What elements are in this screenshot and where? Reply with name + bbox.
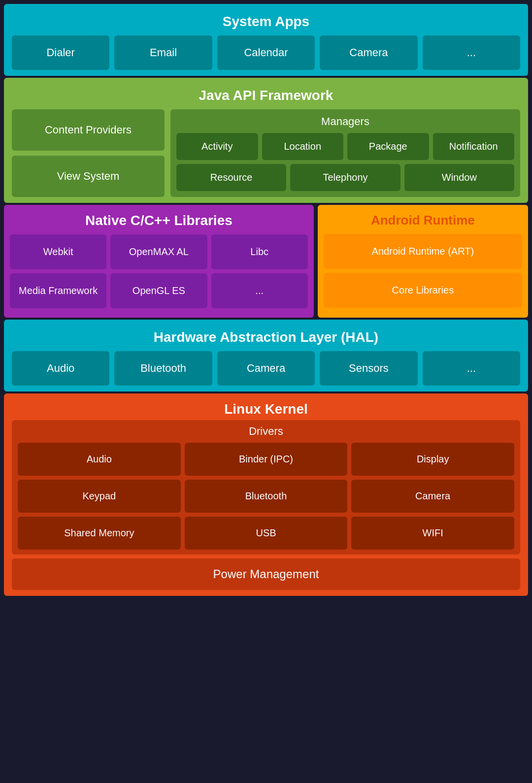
runtime-art-card: Android Runtime (ART)	[324, 234, 522, 269]
view-system-card: View System	[12, 156, 165, 197]
java-api-content: Content Providers View System Managers A…	[12, 109, 520, 197]
drivers-grid: Audio Binder (IPC) Display Keypad Blueto…	[18, 443, 514, 550]
drivers-section: Drivers Audio Binder (IPC) Display Keypa…	[12, 420, 520, 555]
driver-audio: Audio	[18, 443, 181, 476]
app-dialer: Dialer	[12, 35, 109, 70]
content-providers-card: Content Providers	[12, 109, 165, 151]
driver-shared-memory: Shared Memory	[18, 517, 181, 550]
native-libs-grid: Webkit OpenMAX AL Libc Media Framework O…	[10, 234, 308, 308]
java-api-layer: Java API Framework Content Providers Vie…	[4, 78, 528, 203]
native-media-framework: Media Framework	[10, 273, 106, 308]
linux-kernel-layer: Linux Kernel Drivers Audio Binder (IPC) …	[4, 393, 528, 596]
app-email: Email	[114, 35, 212, 70]
drivers-title: Drivers	[18, 425, 514, 438]
system-apps-grid: Dialer Email Calendar Camera ...	[12, 35, 520, 70]
native-opengl: OpenGL ES	[110, 273, 207, 308]
native-row-1: Webkit OpenMAX AL Libc	[10, 234, 308, 269]
hal-camera: Camera	[217, 351, 315, 386]
hal-more: ...	[423, 351, 520, 386]
managers-row-1: Activity Location Package Notification	[176, 133, 514, 160]
driver-binder: Binder (IPC)	[185, 443, 348, 476]
manager-resource: Resource	[176, 164, 286, 191]
driver-usb: USB	[185, 517, 348, 550]
hal-grid: Audio Bluetooth Camera Sensors ...	[12, 351, 520, 386]
java-api-left: Content Providers View System	[12, 109, 165, 197]
native-libs-layer: Native C/C++ Libraries Webkit OpenMAX AL…	[4, 205, 314, 318]
manager-notification: Notification	[433, 133, 515, 160]
hal-audio: Audio	[12, 351, 109, 386]
manager-telephony: Telephony	[290, 164, 400, 191]
system-apps-layer: System Apps Dialer Email Calendar Camera…	[4, 4, 528, 76]
native-more: ...	[211, 273, 308, 308]
manager-location: Location	[262, 133, 344, 160]
managers-grid: Activity Location Package Notification R…	[176, 133, 514, 191]
app-more: ...	[423, 35, 520, 70]
manager-window: Window	[404, 164, 514, 191]
driver-keypad: Keypad	[18, 480, 181, 513]
app-calendar: Calendar	[217, 35, 315, 70]
hal-layer: Hardware Abstraction Layer (HAL) Audio B…	[4, 320, 528, 392]
managers-section: Managers Activity Location Package Notif…	[170, 109, 520, 197]
hal-bluetooth: Bluetooth	[114, 351, 212, 386]
android-runtime-layer: Android Runtime Android Runtime (ART) Co…	[318, 205, 528, 318]
drivers-row-2: Keypad Bluetooth Camera	[18, 480, 514, 513]
hal-sensors: Sensors	[320, 351, 417, 386]
hal-title: Hardware Abstraction Layer (HAL)	[12, 326, 520, 351]
native-libc: Libc	[211, 234, 308, 269]
native-libs-title: Native C/C++ Libraries	[10, 211, 308, 234]
java-api-title: Java API Framework	[12, 84, 520, 109]
driver-display: Display	[351, 443, 514, 476]
runtime-core-libraries-card: Core Libraries	[324, 273, 522, 308]
android-runtime-title: Android Runtime	[324, 211, 522, 234]
system-apps-title: System Apps	[12, 10, 520, 35]
managers-title: Managers	[176, 115, 514, 128]
app-camera: Camera	[320, 35, 417, 70]
middle-row: Native C/C++ Libraries Webkit OpenMAX AL…	[4, 205, 528, 318]
native-openmax: OpenMAX AL	[110, 234, 207, 269]
power-management-card: Power Management	[12, 558, 520, 590]
native-webkit: Webkit	[10, 234, 106, 269]
driver-bluetooth: Bluetooth	[185, 480, 348, 513]
drivers-row-1: Audio Binder (IPC) Display	[18, 443, 514, 476]
linux-kernel-title: Linux Kernel	[12, 399, 520, 420]
drivers-row-3: Shared Memory USB WIFI	[18, 517, 514, 550]
driver-wifi: WIFI	[351, 517, 514, 550]
native-row-2: Media Framework OpenGL ES ...	[10, 273, 308, 308]
driver-camera: Camera	[351, 480, 514, 513]
manager-package: Package	[347, 133, 429, 160]
manager-activity: Activity	[176, 133, 258, 160]
managers-row-2: Resource Telephony Window	[176, 164, 514, 191]
